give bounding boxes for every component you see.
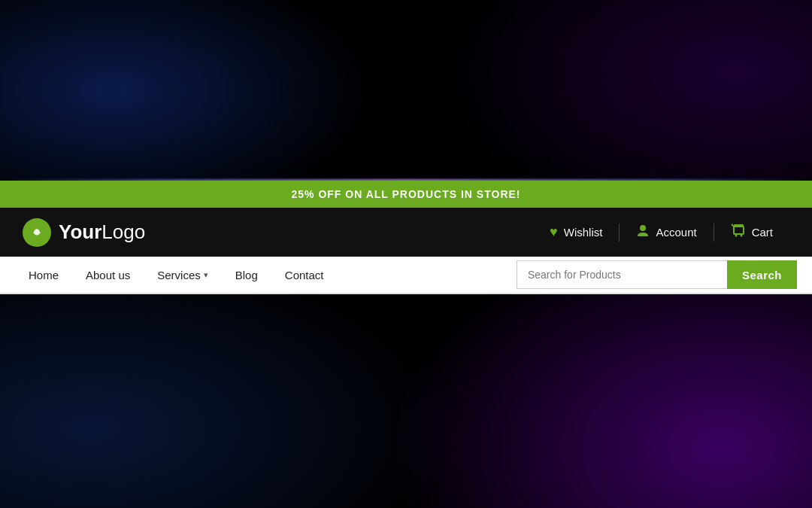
nav-blog[interactable]: Blog xyxy=(222,256,271,294)
search-button[interactable]: Search xyxy=(727,260,797,289)
wishlist-action[interactable]: ♥ Wishlist xyxy=(533,224,619,240)
cart-icon xyxy=(731,224,746,241)
nav-home[interactable]: Home xyxy=(15,256,72,294)
navbar: Home About us Services ▾ Blog Contact Se… xyxy=(0,257,812,294)
header-actions: ♥ Wishlist Account xyxy=(533,224,789,242)
account-icon xyxy=(636,224,650,241)
svg-point-1 xyxy=(640,225,646,231)
svg-point-4 xyxy=(735,235,737,237)
nav-contact[interactable]: Contact xyxy=(271,256,338,294)
wishlist-icon: ♥ xyxy=(550,224,558,240)
hero-area xyxy=(0,0,812,181)
logo-bold: Your xyxy=(59,221,102,243)
cart-action[interactable]: Cart xyxy=(714,224,789,241)
svg-rect-3 xyxy=(734,224,744,227)
logo-wrapper[interactable]: YourLogo xyxy=(23,218,145,247)
account-action[interactable]: Account xyxy=(620,224,713,241)
header: YourLogo ♥ Wishlist Account xyxy=(0,208,812,257)
promo-text: 25% OFF ON ALL PRODUCTS IN STORE! xyxy=(292,188,521,200)
bottom-area xyxy=(0,294,812,508)
promo-bar: 25% OFF ON ALL PRODUCTS IN STORE! xyxy=(0,181,812,208)
logo-icon xyxy=(23,218,51,247)
wishlist-label: Wishlist xyxy=(564,226,603,239)
logo-svg-icon xyxy=(29,224,45,241)
nav-about[interactable]: About us xyxy=(72,256,144,294)
svg-rect-2 xyxy=(734,227,744,234)
logo-light: Logo xyxy=(102,221,145,243)
cart-svg-icon xyxy=(731,224,746,237)
cart-label: Cart xyxy=(752,226,773,239)
services-dropdown-arrow: ▾ xyxy=(204,270,208,280)
nav-services[interactable]: Services ▾ xyxy=(144,256,222,294)
svg-point-5 xyxy=(740,235,742,237)
search-input[interactable] xyxy=(517,260,727,289)
logo-text: YourLogo xyxy=(59,221,145,244)
search-wrapper: Search xyxy=(517,260,797,289)
user-svg-icon xyxy=(636,224,650,237)
content-wrapper: 25% OFF ON ALL PRODUCTS IN STORE! YourLo… xyxy=(0,0,812,508)
nav-links: Home About us Services ▾ Blog Contact xyxy=(15,256,338,294)
account-label: Account xyxy=(656,226,696,239)
